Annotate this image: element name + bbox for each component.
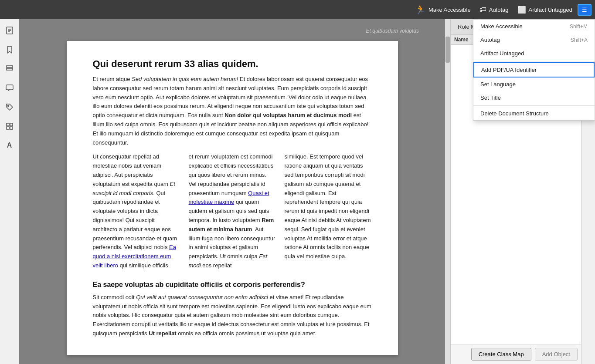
menu-item-shortcut: Shift+A bbox=[571, 37, 588, 43]
menu-item-label: Add PDF/UA Identifier bbox=[481, 67, 537, 73]
svg-point-7 bbox=[7, 105, 9, 107]
page-label: Et quibusdam voluptas bbox=[366, 28, 419, 34]
menu-item-delete-structure[interactable]: Delete Document Structure bbox=[473, 107, 595, 120]
add-object-button[interactable]: Add Object bbox=[535, 348, 578, 361]
left-sidebar: A bbox=[0, 19, 19, 364]
page-paragraph2: Sit commodi odit Qui velit aut quaerat c… bbox=[93, 293, 372, 338]
menu-item-artifact-untagged[interactable]: Artifact Untagged bbox=[473, 47, 595, 60]
menu-item-label: Delete Document Structure bbox=[480, 110, 549, 117]
menu-item-label: Autotag bbox=[480, 37, 500, 43]
menu-divider bbox=[473, 61, 595, 61]
panel-footer: Create Class Map Add Object bbox=[451, 344, 581, 364]
svg-rect-6 bbox=[6, 85, 13, 90]
svg-rect-11 bbox=[10, 127, 13, 129]
panel-scrollbar[interactable] bbox=[445, 19, 450, 364]
svg-rect-5 bbox=[7, 68, 13, 70]
autotag-icon: 🏷 bbox=[479, 6, 486, 13]
svg-rect-8 bbox=[7, 123, 9, 126]
col1-text: Ut consequatur repellat ad molestiae nob… bbox=[93, 152, 180, 270]
menu-divider bbox=[473, 105, 595, 106]
menu-item-set-title[interactable]: Set Title bbox=[473, 91, 595, 104]
page-heading1: Qui deserunt rerum 33 alias quidem. bbox=[93, 58, 372, 70]
make-accessible-label: Make Accessible bbox=[428, 7, 471, 13]
doc-viewer[interactable]: Et quibusdam voluptas Qui deserunt rerum… bbox=[19, 19, 445, 364]
sidebar-item-grid[interactable] bbox=[2, 118, 17, 134]
sidebar-item-tag[interactable] bbox=[2, 99, 17, 115]
three-col-section: Ut consequatur repellat ad molestiae nob… bbox=[93, 152, 372, 275]
menu-item-set-language[interactable]: Set Language bbox=[473, 78, 595, 91]
col2-link[interactable]: Quasi et molestiae maxime bbox=[189, 190, 269, 206]
menu-item-autotag[interactable]: Autotag Shift+A bbox=[473, 33, 595, 47]
sidebar-item-layers[interactable] bbox=[2, 61, 17, 77]
svg-rect-10 bbox=[7, 127, 9, 129]
col3-text: similique. Est tempore quod vel ratione … bbox=[285, 152, 372, 270]
toolbar: 🏃 Make Accessible 🏷 Autotag ⬜ Artifact U… bbox=[0, 0, 595, 19]
menu-item-label: Artifact Untagged bbox=[480, 50, 524, 57]
svg-rect-9 bbox=[10, 123, 13, 126]
page-paragraph1: Et rerum atque Sed voluptatem in quis eu… bbox=[93, 75, 372, 147]
menu-item-label: Set Language bbox=[480, 81, 516, 88]
sidebar-item-comment[interactable] bbox=[2, 80, 17, 96]
dropdown-menu: Make Accessible Shift+M Autotag Shift+A … bbox=[473, 19, 595, 121]
menu-item-make-accessible[interactable]: Make Accessible Shift+M bbox=[473, 20, 595, 33]
person-icon: 🏃 bbox=[415, 4, 426, 15]
artifact-untagged-button[interactable]: ⬜ Artifact Untagged bbox=[514, 4, 576, 16]
menu-item-label: Set Title bbox=[480, 94, 501, 101]
scrollbar-thumb[interactable] bbox=[445, 37, 450, 63]
col2-text: et rerum voluptatem est commodi explicab… bbox=[189, 152, 276, 270]
menu-item-add-pdfua[interactable]: Add PDF/UA Identifier bbox=[473, 62, 595, 78]
autotag-button[interactable]: 🏷 Autotag bbox=[476, 4, 512, 15]
create-class-map-button[interactable]: Create Class Map bbox=[471, 348, 531, 361]
artifact-icon: ⬜ bbox=[517, 6, 526, 14]
autotag-label: Autotag bbox=[489, 7, 509, 13]
hamburger-icon: ☰ bbox=[582, 7, 587, 13]
menu-item-label: Make Accessible bbox=[480, 23, 523, 30]
sidebar-item-bookmark[interactable] bbox=[2, 42, 17, 57]
artifact-untagged-label: Artifact Untagged bbox=[529, 7, 572, 13]
make-accessible-button[interactable]: 🏃 Make Accessible bbox=[411, 3, 474, 17]
menu-item-shortcut: Shift+M bbox=[570, 24, 588, 30]
svg-rect-4 bbox=[7, 66, 13, 67]
page-heading2: Ea saepe voluptas ab cupiditate officiis… bbox=[93, 281, 372, 289]
sidebar-item-font[interactable]: A bbox=[2, 138, 17, 153]
menu-button[interactable]: ☰ bbox=[578, 4, 592, 16]
page-content: Qui deserunt rerum 33 alias quidem. Et r… bbox=[67, 41, 398, 355]
col1-link[interactable]: Ea quod a nisi exercitationem eum velit … bbox=[93, 244, 177, 269]
sidebar-item-page[interactable] bbox=[2, 23, 17, 38]
